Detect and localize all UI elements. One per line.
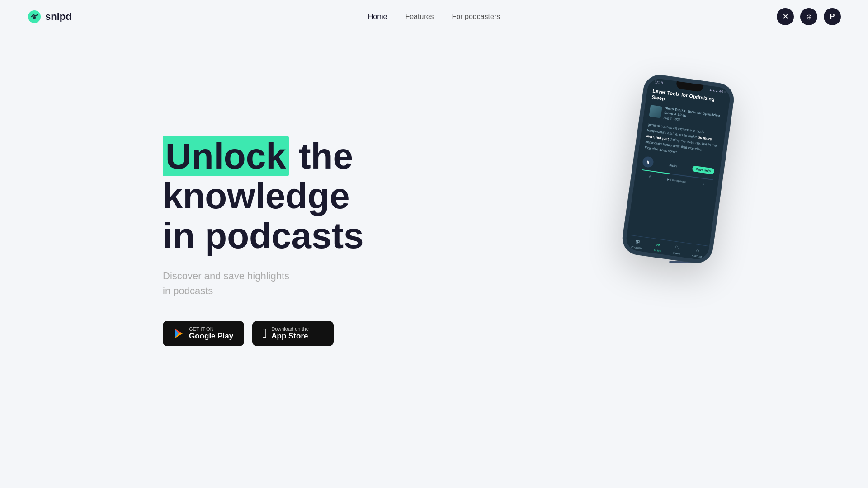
hero-content: Unlock the knowledge in podcasts Discove…: [163, 136, 364, 346]
playback-time: 3min: [669, 163, 677, 168]
hero-section: Unlock the knowledge in podcasts Discove…: [0, 33, 868, 440]
bottom-nav-podcasts[interactable]: ⊞ Podcasts: [631, 238, 644, 249]
nav-features[interactable]: Features: [405, 13, 434, 21]
share-icon[interactable]: ↗: [702, 183, 704, 186]
heading-line3: in podcasts: [163, 216, 364, 256]
episode-info: Sleep Toolkit: Tools for Optimizing Slee…: [663, 106, 722, 127]
phone-action-row: ⏱ ▶ Play episode ↗: [641, 174, 712, 187]
phone-transcript: general causes an increase in body tempe…: [644, 122, 720, 161]
google-play-text: GET IT ON Google Play: [189, 326, 233, 341]
saved-icon: ♡: [674, 244, 680, 251]
nav-home[interactable]: Home: [368, 13, 387, 21]
heading-highlight: Unlock: [163, 136, 289, 176]
bottom-nav-account[interactable]: ○ Account: [692, 247, 703, 258]
twitter-icon-btn[interactable]: ✕: [777, 8, 794, 25]
save-snip-button[interactable]: Save snip: [692, 165, 715, 174]
phone-controls: ⏸ 3min Save snip: [642, 156, 715, 177]
product-hunt-icon: P: [830, 13, 835, 21]
episode-avatar: [649, 105, 662, 118]
podcasts-icon: ⊞: [635, 239, 640, 245]
hero-subtitle: Discover and save highlights in podcasts: [163, 268, 364, 298]
discord-icon: ⊕: [806, 13, 812, 21]
heading-line2: knowledge: [163, 176, 349, 216]
pause-button[interactable]: ⏸: [642, 156, 654, 168]
transcript-highlight: us more alert, not just: [646, 134, 712, 141]
brand-name: snipd: [45, 11, 72, 23]
phone-mockup: 13:18 ▲▲▲ 4G ▪ Lever Tools for Optimizin…: [633, 79, 732, 263]
navbar: snipd Home Features For podcasters ✕ ⊕ P: [0, 0, 868, 33]
logo-icon: [27, 9, 42, 24]
bottom-nav-saved[interactable]: ♡ Saved: [672, 244, 681, 255]
phone-bottom-nav: ⊞ Podcasts ✂ Snips ♡ Saved ○ Account: [625, 235, 709, 261]
svg-point-1: [33, 16, 36, 19]
account-icon: ○: [696, 247, 700, 254]
twitter-icon: ✕: [783, 13, 788, 21]
brand-logo[interactable]: snipd: [27, 9, 72, 24]
app-buttons: GET IT ON Google Play  Download on the …: [163, 321, 364, 346]
product-hunt-icon-btn[interactable]: P: [824, 8, 841, 25]
bottom-nav-snips[interactable]: ✂ Snips: [654, 242, 662, 253]
google-play-icon: [173, 328, 184, 339]
phone-screen: Lever Tools for Optimizing Sleep Sleep T…: [634, 83, 731, 195]
play-episode-label[interactable]: ▶ Play episode: [667, 178, 686, 183]
timer-icon: ⏱: [649, 175, 652, 178]
phone-body: 13:18 ▲▲▲ 4G ▪ Lever Tools for Optimizin…: [621, 73, 736, 265]
nav-social-icons: ✕ ⊕ P: [777, 8, 841, 25]
nav-podcasters[interactable]: For podcasters: [452, 13, 500, 21]
snips-icon: ✂: [656, 242, 661, 249]
hero-heading: Unlock the knowledge in podcasts: [163, 136, 364, 256]
apple-icon: : [262, 326, 267, 341]
app-store-button[interactable]:  Download on the App Store: [252, 321, 334, 346]
heading-rest: the: [289, 136, 353, 176]
google-play-button[interactable]: GET IT ON Google Play: [163, 321, 244, 346]
app-store-text: Download on the App Store: [271, 326, 309, 341]
nav-links: Home Features For podcasters: [368, 13, 500, 21]
discord-icon-btn[interactable]: ⊕: [800, 8, 817, 25]
